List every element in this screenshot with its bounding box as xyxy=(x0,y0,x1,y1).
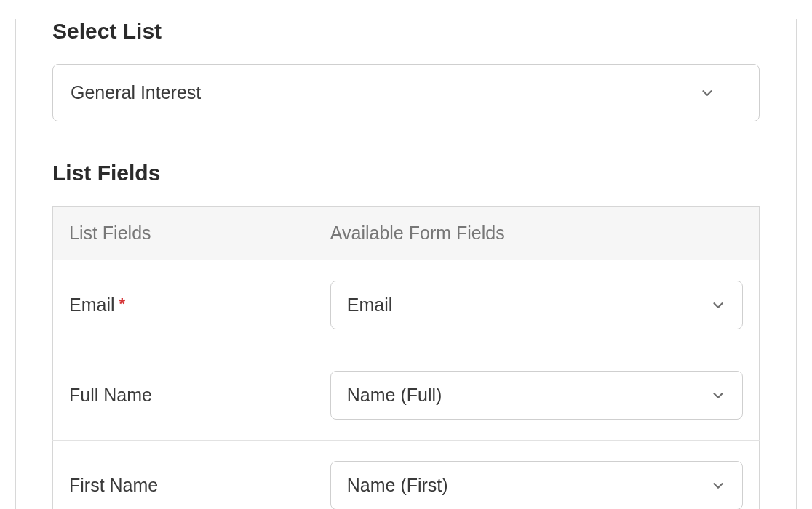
field-label: First Name xyxy=(69,475,158,495)
chevron-down-icon xyxy=(710,478,726,494)
settings-panel: Select List General Interest List Fields… xyxy=(15,19,797,509)
field-label-cell: Full Name xyxy=(53,350,314,441)
select-list-dropdown[interactable]: General Interest xyxy=(52,64,760,121)
form-field-dropdown[interactable]: Email xyxy=(330,281,743,329)
field-select-cell: Name (First) xyxy=(314,441,760,510)
chevron-down-icon xyxy=(699,85,715,101)
field-label: Full Name xyxy=(69,385,152,405)
field-select-cell: Email xyxy=(314,260,760,350)
field-label-cell: Email* xyxy=(53,260,314,350)
field-label: Email xyxy=(69,294,115,315)
column-header-available-form-fields: Available Form Fields xyxy=(314,207,760,260)
column-header-list-fields: List Fields xyxy=(53,207,314,260)
list-fields-table: List Fields Available Form Fields Email*… xyxy=(52,206,760,509)
select-list-value: General Interest xyxy=(71,82,699,103)
table-row: First Name Name (First) xyxy=(53,441,760,510)
form-field-value: Email xyxy=(347,294,393,316)
field-label-cell: First Name xyxy=(53,441,314,510)
form-field-dropdown[interactable]: Name (Full) xyxy=(330,371,743,420)
form-field-value: Name (Full) xyxy=(347,385,442,406)
form-field-value: Name (First) xyxy=(347,475,448,496)
table-row: Email* Email xyxy=(53,260,760,350)
form-field-dropdown[interactable]: Name (First) xyxy=(330,461,743,509)
field-select-cell: Name (Full) xyxy=(314,350,760,441)
chevron-down-icon xyxy=(710,297,726,313)
table-row: Full Name Name (Full) xyxy=(53,350,760,441)
chevron-down-icon xyxy=(710,388,726,404)
required-indicator: * xyxy=(119,294,126,313)
list-fields-heading: List Fields xyxy=(52,161,760,185)
select-list-heading: Select List xyxy=(52,19,760,44)
table-header-row: List Fields Available Form Fields xyxy=(53,207,760,260)
